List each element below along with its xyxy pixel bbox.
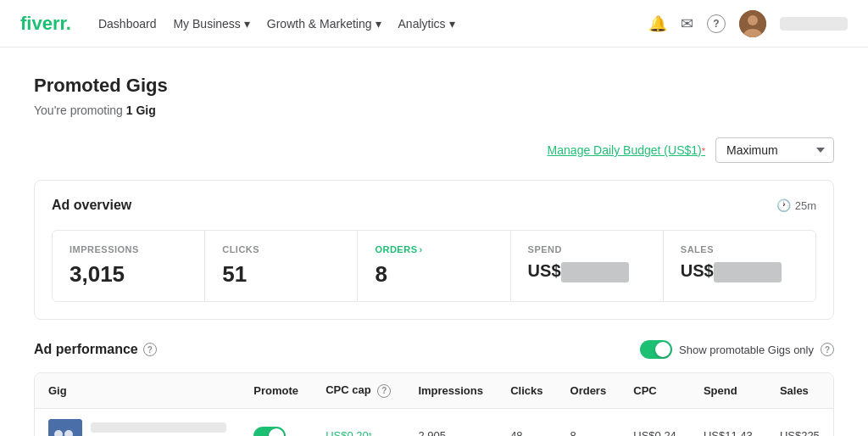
spend-blurred [561,262,629,282]
card-title: Ad overview [52,198,131,213]
promotable-help-icon[interactable]: ? [821,343,834,356]
metric-value-spend: US$ [528,261,646,282]
metric-value-orders: 8 [375,261,492,288]
nav-my-business[interactable]: My Business ▾ [173,17,249,31]
svg-point-1 [748,15,758,25]
performance-help-icon[interactable]: ? [143,343,157,356]
promoting-subtitle: You're promoting 1 Gig [34,103,834,117]
row1-sales: US$225 [766,408,833,436]
row1-spend: US$11.43 [690,408,766,436]
time-badge: 🕐 25m [776,198,816,212]
col-clicks: Clicks [497,373,556,408]
metric-label-orders[interactable]: ORDERS › [375,244,492,254]
gig-count: 1 Gig [126,103,156,117]
metric-spend: SPEND US$ [511,231,664,301]
col-orders: Orders [557,373,620,408]
manage-budget-link[interactable]: Manage Daily Budget (US$1)* [548,143,705,157]
nav-links: Dashboard My Business ▾ Growth & Marketi… [98,17,628,31]
row1-impressions: 2,905 [404,408,497,436]
col-promote: Promote [240,373,312,408]
cpc-help-icon[interactable]: ? [377,384,391,398]
chevron-down-icon: ▾ [449,17,455,31]
gig-text-1: RECOMMENDED [91,422,226,436]
table-header-row: Gig Promote CPC cap ? Impressions Clicks… [35,373,833,408]
metric-value-clicks: 51 [222,261,340,288]
table-row: RECOMMENDED US$0.20* 2,905 [35,408,833,436]
row1-cpc-link[interactable]: US$0.20 [326,429,369,436]
row1-orders: 8 [557,408,620,436]
metric-label-sales: SALES [681,244,798,254]
gig-name-blurred-1 [91,422,226,433]
show-promotable-toggle[interactable] [640,340,672,359]
gig-info-1: RECOMMENDED [48,419,226,437]
logo-text: fiverr [20,13,66,34]
sales-blurred [714,262,782,282]
budget-select[interactable]: Maximum Custom [715,137,834,163]
navbar: fiverr. Dashboard My Business ▾ Growth &… [0,0,868,48]
col-cpc-cap: CPC cap ? [312,373,404,408]
col-spend: Spend [690,373,766,408]
nav-dashboard[interactable]: Dashboard [98,17,157,31]
ad-overview-card: Ad overview 🕐 25m IMPRESSIONS 3,015 CLIC… [34,180,834,320]
ad-performance-section: Ad performance ? Show promotable Gigs on… [34,340,834,436]
metric-clicks: CLICKS 51 [205,231,358,301]
table-head: Gig Promote CPC cap ? Impressions Clicks… [35,373,833,408]
metric-label-spend: SPEND [528,244,646,254]
help-icon[interactable]: ? [707,14,726,33]
performance-table: Gig Promote CPC cap ? Impressions Clicks… [35,373,833,436]
row1-clicks: 48 [497,408,556,436]
nav-analytics[interactable]: Analytics ▾ [398,17,455,31]
nav-right: 🔔 ✉ ? [648,10,848,37]
row1-cpc-cap: US$0.20* [312,408,404,436]
metric-label-impressions: IMPRESSIONS [70,244,187,254]
metric-sales: SALES US$ [664,231,815,301]
chevron-down-icon: ▾ [244,17,250,31]
clock-icon: 🕐 [776,198,791,212]
gig-thumb-1 [48,419,82,437]
metric-label-clicks: CLICKS [222,244,340,254]
metrics-row: IMPRESSIONS 3,015 CLICKS 51 ORDERS › 8 S… [52,230,816,302]
orders-chevron-icon: › [419,244,422,254]
toggle-dot [655,342,670,357]
page-title: Promoted Gigs [34,75,834,97]
time-label: 25m [795,199,816,212]
metric-value-sales: US$ [681,261,798,282]
performance-table-wrapper: Gig Promote CPC cap ? Impressions Clicks… [34,372,834,436]
metric-impressions: IMPRESSIONS 3,015 [53,231,205,301]
logo: fiverr. [20,13,71,35]
metric-orders: ORDERS › 8 [358,231,510,301]
row1-promote [240,408,312,436]
username-display [780,17,848,31]
row1-gig: RECOMMENDED [35,408,240,436]
section-header: Ad performance ? Show promotable Gigs on… [34,340,834,359]
row1-cpc: US$0.24 [620,408,690,436]
main-content: Promoted Gigs You're promoting 1 Gig Man… [0,48,868,436]
chevron-down-icon: ▾ [376,17,381,31]
table-body: RECOMMENDED US$0.20* 2,905 [35,408,833,436]
col-sales: Sales [766,373,833,408]
metric-value-impressions: 3,015 [70,261,187,288]
mail-icon[interactable]: ✉ [681,14,693,33]
col-gig: Gig [35,373,240,408]
subtitle-prefix: You're promoting [34,103,126,117]
bell-icon[interactable]: 🔔 [648,14,667,33]
section-title: Ad performance ? [34,342,157,357]
toggle-dot [269,428,284,437]
row1-promote-toggle[interactable] [253,427,286,437]
avatar[interactable] [739,10,766,37]
top-controls: Manage Daily Budget (US$1)* Maximum Cust… [34,137,834,163]
nav-growth-marketing[interactable]: Growth & Marketing ▾ [267,17,381,31]
col-impressions: Impressions [404,373,497,408]
show-promotable-toggle-group: Show promotable Gigs only ? [640,340,834,359]
col-cpc: CPC [620,373,690,408]
show-promotable-label: Show promotable Gigs only [679,344,814,356]
card-header: Ad overview 🕐 25m [52,198,816,213]
